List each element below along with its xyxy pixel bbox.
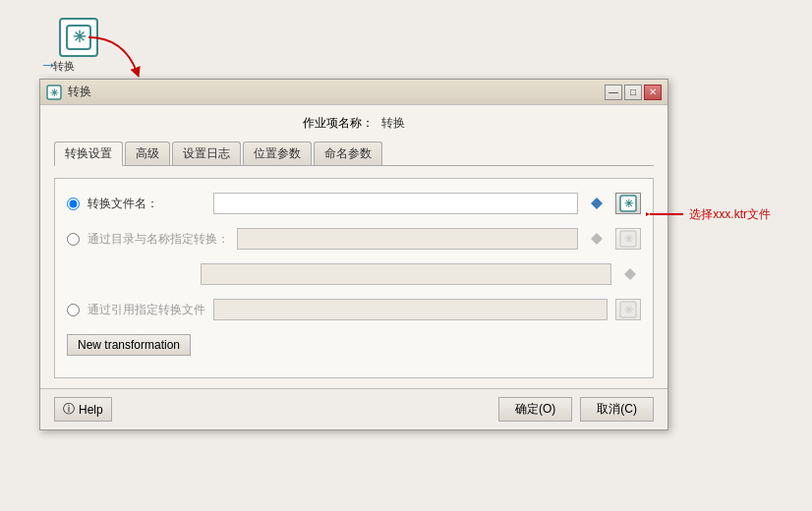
confirm-button[interactable]: 确定(O) — [498, 397, 572, 422]
tab-position-params[interactable]: 位置参数 — [243, 142, 312, 165]
node-container: → ✳ 转换 — [29, 18, 98, 74]
transform-file-browse-btn[interactable]: ✳ — [615, 193, 641, 214]
ref-file-input[interactable] — [213, 299, 608, 320]
sub-row-dir-name — [201, 263, 641, 285]
diamond-btn-1[interactable] — [586, 193, 608, 214]
dialog-title-text: 转换 — [68, 84, 91, 100]
tab-transform-settings[interactable]: 转换设置 — [54, 142, 123, 166]
tabs-bar: 转换设置 高级 设置日志 位置参数 命名参数 — [54, 142, 654, 166]
diamond-btn-3[interactable] — [619, 263, 641, 285]
ref-file-browse-btn: ✳ — [615, 299, 641, 320]
radio-row-3: 通过引用指定转换文件 ✳ — [67, 299, 641, 320]
help-button[interactable]: ⓘ Help — [54, 397, 112, 422]
tab-advanced[interactable]: 高级 — [125, 142, 170, 165]
svg-text:✳: ✳ — [624, 198, 634, 209]
help-circle-icon: ⓘ — [63, 401, 75, 418]
dialog-body: 作业项名称： 转换 转换设置 高级 设置日志 位置参数 命名参数 转换文件名： — [40, 105, 667, 388]
job-name-value: 转换 — [381, 115, 405, 132]
tab-naming-params[interactable]: 命名参数 — [314, 142, 382, 165]
svg-text:✳: ✳ — [50, 87, 59, 98]
help-label: Help — [79, 403, 103, 417]
svg-marker-8 — [591, 233, 603, 245]
svg-text:✳: ✳ — [73, 28, 87, 45]
svg-marker-11 — [624, 268, 636, 280]
radio-transform-file[interactable] — [67, 198, 80, 210]
cancel-button[interactable]: 取消(C) — [580, 397, 654, 422]
radio-row-1: 转换文件名： ✳ — [67, 193, 641, 214]
dialog-controls: — □ ✕ — [605, 85, 662, 100]
dir-name-input[interactable] — [237, 228, 578, 250]
annotation-arrow-icon — [646, 204, 685, 224]
tab-log-settings[interactable]: 设置日志 — [172, 142, 241, 165]
job-name-row: 作业项名称： 转换 — [54, 115, 654, 132]
transform-node-icon: ✳ — [65, 24, 92, 51]
transform-file-input[interactable] — [213, 193, 578, 214]
svg-marker-5 — [591, 198, 603, 209]
job-name-label: 作业项名称： — [303, 115, 374, 132]
radio2-label: 通过目录与名称指定转换： — [87, 231, 229, 248]
radio-dir-name[interactable] — [67, 233, 80, 246]
restore-button[interactable]: □ — [624, 85, 642, 100]
dir-name-sub-input[interactable] — [201, 263, 611, 285]
dialog-titlebar: ✳ 转换 — □ ✕ — [40, 80, 667, 105]
close-button[interactable]: ✕ — [644, 85, 662, 100]
dialog-title-icon: ✳ — [46, 85, 62, 100]
radio-ref-file[interactable] — [67, 304, 80, 316]
dialog-footer: ⓘ Help 确定(O) 取消(C) — [40, 388, 667, 429]
node-icon[interactable]: ✳ — [59, 18, 98, 57]
svg-text:✳: ✳ — [624, 233, 634, 245]
canvas-arrow: → — [39, 55, 57, 76]
annotation-container: 选择xxx.ktr文件 — [646, 204, 771, 224]
dir-name-browse-btn: ✳ — [615, 228, 641, 250]
tab-content: 转换文件名： ✳ 通过目录与名称指定转换： — [54, 178, 654, 378]
canvas-area: → ✳ 转换 ✳ 转换 — [0, 0, 812, 511]
diamond-btn-2[interactable] — [586, 228, 608, 250]
dialog-title-left: ✳ 转换 — [46, 84, 91, 100]
radio1-label: 转换文件名： — [87, 196, 205, 212]
annotation-text: 选择xxx.ktr文件 — [689, 206, 771, 223]
new-transformation-button[interactable]: New transformation — [67, 334, 191, 356]
radio3-label: 通过引用指定转换文件 — [87, 302, 205, 318]
minimize-button[interactable]: — — [605, 85, 622, 100]
radio-row-2: 通过目录与名称指定转换： ✳ — [67, 228, 641, 250]
dialog-window: ✳ 转换 — □ ✕ 作业项名称： 转换 转换设置 高级 设置日志 位置参数 — [39, 79, 668, 430]
svg-text:✳: ✳ — [624, 304, 634, 315]
footer-right: 确定(O) 取消(C) — [498, 397, 654, 422]
